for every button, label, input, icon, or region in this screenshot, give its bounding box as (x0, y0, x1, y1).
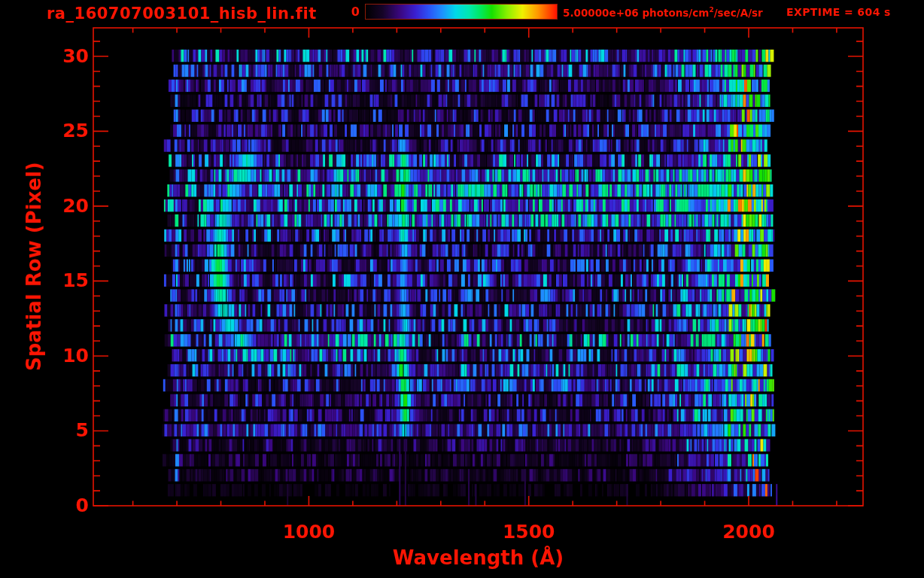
x-tick-label: 2000 (704, 521, 794, 543)
colorbar-max-value: 5.00000e+06 (563, 7, 639, 19)
y-axis-title: Spatial Row (Pixel) (23, 162, 45, 371)
colorbar-max-label: 5.00000e+06 photons/cm2/sec/A/sr (563, 6, 763, 19)
colorbar-min-label: 0 (330, 5, 360, 19)
y-tick-label: 0 (45, 494, 89, 516)
x-axis-title: Wavelength (Å) (0, 546, 924, 569)
y-tick-label: 30 (45, 45, 89, 67)
y-tick-label: 15 (45, 269, 89, 291)
colorbar-gradient (365, 4, 558, 20)
exptime-label: EXPTIME = 604 s (786, 6, 891, 18)
y-tick-label: 20 (45, 195, 89, 217)
spectrogram-heatmap-canvas (0, 0, 924, 578)
y-tick-label: 10 (45, 345, 89, 367)
y-tick-label: 25 (45, 120, 89, 141)
x-tick-label: 1500 (484, 521, 574, 543)
spectrogram-display-window: ra_160707003101_hisb_lin.fit 0 5.00000e+… (0, 0, 924, 578)
y-tick-label: 5 (45, 419, 89, 441)
x-tick-label: 1000 (263, 521, 354, 543)
colorbar-unit-post: /sec/A/sr (714, 7, 763, 19)
file-title: ra_160707003101_hisb_lin.fit (47, 5, 317, 23)
colorbar-unit-pre: photons/cm (639, 7, 710, 19)
